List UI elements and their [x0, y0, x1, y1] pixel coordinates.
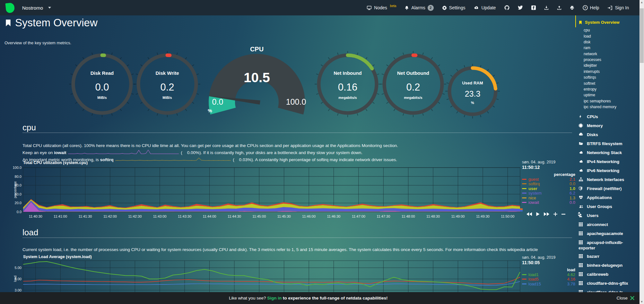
pan-backward-button[interactable] [527, 212, 532, 216]
sidebar-item-softirqs[interactable]: softirqs [575, 74, 640, 80]
legend-swatch [522, 283, 527, 284]
sidebar-item-load[interactable]: load [575, 33, 640, 39]
legend-item-nice[interactable]: nice1.3 [522, 195, 575, 200]
net-outbound-gauge[interactable]: Net Outbound0.2megabits/s [379, 50, 447, 119]
used-ram-gauge[interactable]: Used RAM23.3% [444, 63, 501, 121]
iowait-sparkline[interactable] [68, 149, 179, 157]
legend-swatch [522, 179, 527, 180]
legend-item-softirq[interactable]: softirq0.0 [522, 182, 575, 187]
zoom-in-button[interactable] [553, 212, 557, 216]
nav-item-settings[interactable]: Settings [439, 3, 469, 12]
sidebar-item-entropy[interactable]: entropy [575, 86, 640, 92]
play-button[interactable] [536, 212, 540, 216]
sidebar-item-processes[interactable]: processes [575, 57, 640, 63]
nav-item-nodes[interactable]: Nodesbeta [363, 3, 400, 12]
nav-item-update[interactable]: Update [470, 3, 499, 12]
sidebar-section-cloudflare-ddns-tr[interactable]: cloudflare-ddns-tr [575, 288, 640, 292]
net-inbound-gauge[interactable]: Net Inbound0.16megabits/s [314, 50, 382, 119]
svg-text:11:40:30: 11:40:30 [29, 214, 42, 218]
disk-write-gauge[interactable]: Disk Write0.2MiB/s [133, 50, 201, 119]
page-title: System Overview [15, 17, 98, 29]
svg-text:11:42:30: 11:42:30 [128, 214, 142, 218]
sidebar-section-ipv6-networking[interactable]: IPv6 Networking [575, 166, 640, 175]
scroll-up-arrow-icon[interactable]: ▲ [640, 0, 644, 4]
legend-item-system[interactable]: system6.2 [522, 191, 575, 196]
sidebar-section-networking-stack[interactable]: Networking Stack [575, 148, 640, 157]
legend-swatch [522, 183, 527, 184]
svg-text:11:44:00: 11:44:00 [203, 214, 216, 218]
sidebar-section-btrfs-filesystem[interactable]: BTRFS filesystem [575, 139, 640, 148]
node-name[interactable]: Nostromo [22, 5, 43, 11]
sidebar-section-ipv4-networking[interactable]: IPv4 Networking [575, 157, 640, 166]
close-icon [630, 296, 634, 300]
sidebar-section-airconnect[interactable]: airconnect [575, 220, 640, 229]
sign-in-link[interactable]: Sign in [267, 296, 282, 300]
load-chart-legend: søn. 04. aug. 201911:50:05loadload14.62l… [522, 255, 575, 286]
legend-swatch [522, 188, 527, 189]
scroll-down-arrow-icon[interactable]: ▼ [640, 300, 644, 304]
nav-item-signin[interactable]: Sign In [604, 3, 632, 12]
sidebar-section-apacheguacamole[interactable]: apacheguacamole [575, 229, 640, 238]
nav-item-github[interactable] [501, 3, 513, 12]
cloud-update-icon [474, 5, 479, 10]
sidebar-section-cpus[interactable]: CPUs [575, 112, 640, 121]
sidebar-section-firewall-netfilter-[interactable]: Firewall (netfilter) [575, 184, 640, 193]
sidebar-section-applications[interactable]: Applications [575, 193, 640, 202]
bookmark-icon [579, 20, 582, 25]
cloud-icon [579, 160, 584, 165]
sidebar-section-bazarr[interactable]: bazarr [575, 252, 640, 261]
sidebar-section-cloudflare-ddns-gflix[interactable]: cloudflare-ddns-gflix [575, 279, 640, 288]
chevron-down-icon[interactable] [48, 7, 51, 9]
sidebar-section-apcupsd-influxdb-exporter[interactable]: apcupsd-influxdb-exporter [575, 238, 640, 252]
legend-item-load1[interactable]: load14.62 [522, 272, 575, 277]
signin-banner-text: Like what you see? Sign in to experience… [0, 296, 616, 300]
nav-item-facebook[interactable] [528, 4, 539, 12]
pan-forward-button[interactable] [544, 212, 549, 216]
sidebar-item-cpu[interactable]: cpu [575, 27, 640, 33]
zoom-out-button[interactable] [561, 212, 565, 216]
chart-date: søn. 04. aug. 2019 [522, 255, 575, 260]
legend-item-load15[interactable]: load153.78 [522, 282, 575, 286]
svg-text:11:43:30: 11:43:30 [178, 214, 191, 218]
sidebar-section-network-interfaces[interactable]: Network Interfaces [575, 175, 640, 184]
svg-text:0.2: 0.2 [160, 82, 174, 93]
print-icon [570, 5, 574, 10]
legend-item-load5[interactable]: load54.16 [522, 277, 575, 282]
sidebar-section-user-groups[interactable]: User Groups [575, 202, 640, 211]
cpu-chart[interactable]: 0.020.040.060.080.0100.011:40:3011:41:00… [0, 159, 575, 220]
sidebar-item-softnet[interactable]: softnet [575, 80, 640, 86]
netdata-logo-icon[interactable] [5, 2, 15, 13]
sidebar-item-idlejitter[interactable]: idlejitter [575, 63, 640, 68]
nav-item-import[interactable] [541, 4, 552, 12]
nav-item-export[interactable] [553, 4, 565, 12]
scrollbar-thumb[interactable] [640, 8, 644, 63]
svg-text:3.00: 3.00 [15, 288, 22, 292]
sidebar-item-disk[interactable]: disk [575, 39, 640, 45]
disk-read-gauge[interactable]: Disk Read0.0MiB/s [68, 50, 136, 119]
folder-open-icon [579, 142, 584, 147]
sidebar-item-ipc-semaphores[interactable]: ipc semaphores [575, 98, 640, 104]
sidebar-item-interrupts[interactable]: interrupts [575, 69, 640, 74]
sidebar-item-ram[interactable]: ram [575, 45, 640, 51]
nav-item-print[interactable] [566, 4, 578, 12]
sidebar-section-memory[interactable]: Memory [575, 121, 640, 130]
sidebar-item-ipc-shared-memory[interactable]: ipc shared memory [575, 104, 640, 110]
legend-item-user[interactable]: user1.0 [522, 186, 575, 191]
nav-item-help[interactable]: ?Help [579, 3, 603, 12]
nav-item-alarms[interactable]: Alarms2 [401, 3, 437, 13]
sidebar-section-binhex-delugevpn[interactable]: binhex-delugevpn [575, 261, 640, 270]
sidebar-item-system-overview[interactable]: System Overview [575, 15, 640, 27]
svg-text:megabits/s: megabits/s [404, 96, 422, 100]
nav-item-twitter[interactable] [514, 4, 527, 12]
close-banner-button[interactable]: Close [616, 296, 640, 300]
svg-text:11:45:00: 11:45:00 [252, 214, 266, 218]
sidebar-section-users[interactable]: Users [575, 211, 640, 220]
legend-item-guest[interactable]: guest2.1 [522, 177, 575, 182]
sidebar-section-calibreweb[interactable]: calibreweb [575, 270, 640, 279]
sidebar-item-uptime[interactable]: uptime [575, 92, 640, 98]
cpu-gauge[interactable]: CPU10.50.0100.0% [205, 44, 308, 119]
section-rule [22, 238, 572, 238]
legend-item-iowait[interactable]: iowait0.0 [522, 200, 575, 205]
sidebar-section-disks[interactable]: Disks [575, 130, 640, 139]
sidebar-item-network[interactable]: network [575, 51, 640, 57]
